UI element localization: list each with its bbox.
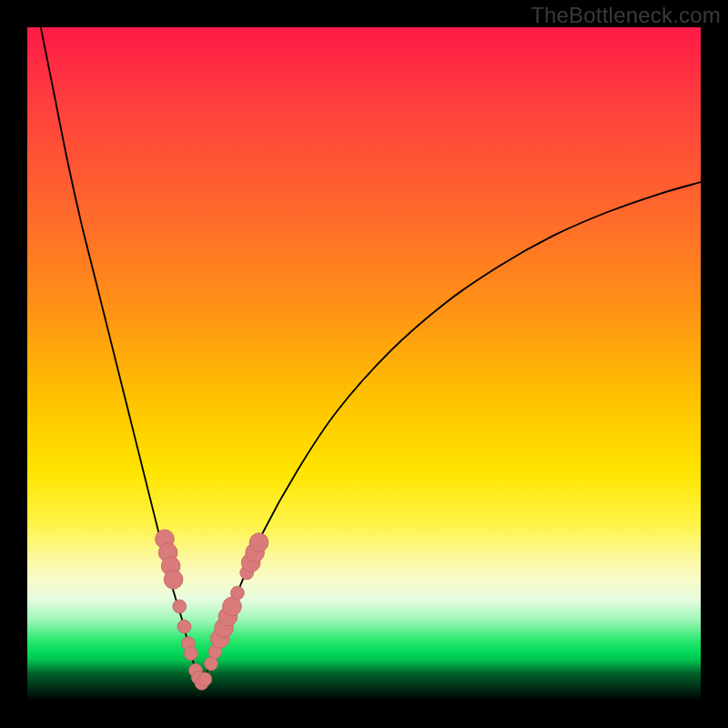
watermark-text: TheBottleneck.com (531, 3, 721, 28)
curve-marker-dot (164, 570, 183, 589)
curve-marker-dot (249, 533, 268, 552)
curve-markers (156, 530, 268, 690)
curve-marker-dot (230, 586, 244, 600)
curve-marker-dot (173, 600, 187, 613)
curve-right-branch (201, 182, 701, 687)
curve-marker-dot (184, 647, 197, 661)
curve-marker-dot (177, 620, 191, 633)
bottleneck-chart (27, 27, 701, 701)
curve-marker-dot (205, 657, 218, 671)
curve-marker-dot (198, 672, 212, 686)
